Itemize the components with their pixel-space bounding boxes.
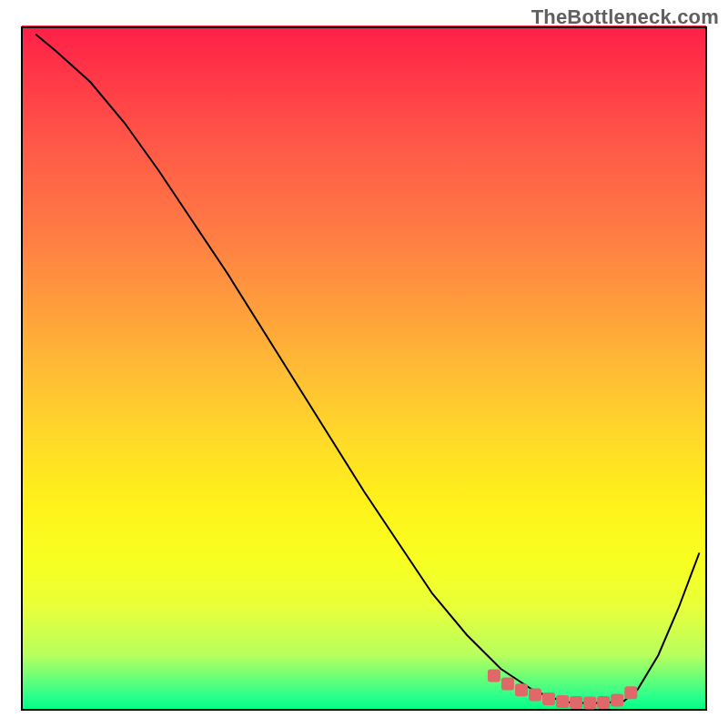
- bottom-marker: [570, 696, 582, 709]
- bottom-marker: [583, 697, 596, 710]
- bottom-marker: [542, 693, 555, 705]
- bottom-marker: [624, 686, 637, 699]
- chart-canvas: TheBottleneck.com: [0, 0, 728, 728]
- bottom-marker: [556, 695, 569, 708]
- bottom-marker: [488, 670, 500, 682]
- plot-svg: [0, 0, 728, 728]
- bottom-marker: [529, 689, 541, 702]
- bottleneck-curve: [35, 35, 700, 703]
- watermark-text: TheBottleneck.com: [531, 5, 719, 29]
- plot-frame: [22, 27, 706, 710]
- bottom-marker: [611, 694, 623, 707]
- bottom-marker: [501, 678, 514, 691]
- bottom-marker: [597, 696, 610, 709]
- bottom-marker: [515, 683, 528, 696]
